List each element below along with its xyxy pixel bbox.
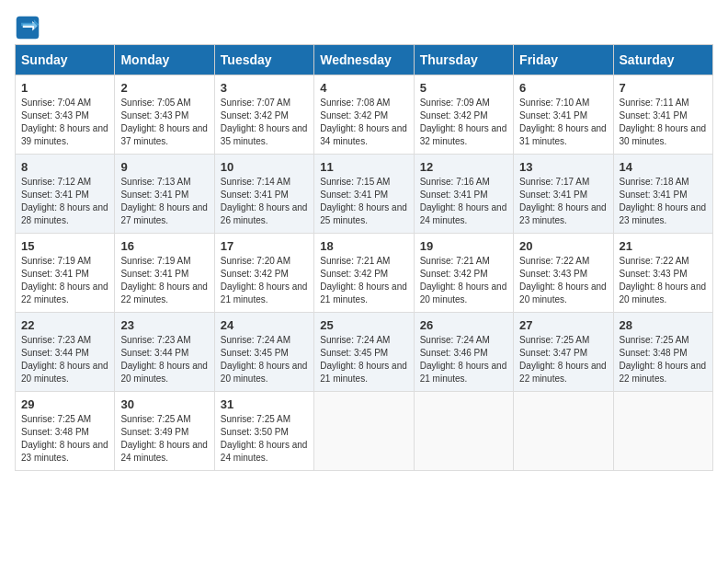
day-number: 30 [120, 397, 208, 411]
day-number: 17 [221, 239, 308, 253]
day-info: Sunrise: 7:10 AMSunset: 3:41 PMDaylight:… [519, 97, 607, 148]
day-info: Sunrise: 7:21 AMSunset: 3:42 PMDaylight:… [420, 255, 507, 306]
calendar-cell: 11Sunrise: 7:15 AMSunset: 3:41 PMDayligh… [314, 155, 414, 234]
calendar-cell: 23Sunrise: 7:23 AMSunset: 3:44 PMDayligh… [115, 313, 214, 392]
calendar-cell: 4Sunrise: 7:08 AMSunset: 3:42 PMDaylight… [314, 75, 414, 155]
calendar-week-row: 22Sunrise: 7:23 AMSunset: 3:44 PMDayligh… [16, 313, 713, 392]
day-number: 15 [21, 239, 108, 253]
day-info: Sunrise: 7:25 AMSunset: 3:47 PMDaylight:… [519, 334, 607, 385]
header-sunday: Sunday [16, 45, 115, 75]
day-number: 27 [519, 318, 607, 332]
day-info: Sunrise: 7:08 AMSunset: 3:42 PMDaylight:… [320, 97, 407, 148]
day-info: Sunrise: 7:22 AMSunset: 3:43 PMDaylight:… [519, 255, 607, 306]
day-info: Sunrise: 7:22 AMSunset: 3:43 PMDaylight:… [620, 255, 707, 306]
calendar-cell: 15Sunrise: 7:19 AMSunset: 3:41 PMDayligh… [16, 234, 115, 313]
calendar-cell: 16Sunrise: 7:19 AMSunset: 3:41 PMDayligh… [115, 234, 214, 313]
day-info: Sunrise: 7:21 AMSunset: 3:42 PMDaylight:… [320, 255, 407, 306]
calendar-cell: 29Sunrise: 7:25 AMSunset: 3:48 PMDayligh… [16, 392, 115, 471]
calendar-cell: 10Sunrise: 7:14 AMSunset: 3:41 PMDayligh… [214, 155, 313, 234]
calendar-cell: 22Sunrise: 7:23 AMSunset: 3:44 PMDayligh… [16, 313, 115, 392]
day-info: Sunrise: 7:12 AMSunset: 3:41 PMDaylight:… [21, 176, 108, 227]
day-info: Sunrise: 7:19 AMSunset: 3:41 PMDaylight:… [21, 255, 108, 306]
day-number: 13 [519, 160, 607, 174]
day-info: Sunrise: 7:25 AMSunset: 3:49 PMDaylight:… [120, 413, 208, 465]
day-number: 6 [519, 81, 607, 95]
calendar-cell: 25Sunrise: 7:24 AMSunset: 3:45 PMDayligh… [314, 313, 414, 392]
day-info: Sunrise: 7:17 AMSunset: 3:41 PMDaylight:… [519, 176, 607, 227]
header-saturday: Saturday [613, 45, 712, 75]
calendar-cell [613, 392, 712, 471]
calendar-cell [414, 392, 513, 471]
day-info: Sunrise: 7:25 AMSunset: 3:48 PMDaylight:… [620, 334, 707, 385]
calendar-cell: 18Sunrise: 7:21 AMSunset: 3:42 PMDayligh… [314, 234, 414, 313]
calendar-cell: 5Sunrise: 7:09 AMSunset: 3:42 PMDaylight… [414, 75, 513, 155]
day-number: 31 [221, 397, 308, 411]
day-number: 12 [420, 160, 507, 174]
day-number: 24 [221, 318, 308, 332]
day-number: 20 [519, 239, 607, 253]
day-number: 28 [620, 318, 707, 332]
day-number: 21 [620, 239, 707, 253]
calendar-cell: 17Sunrise: 7:20 AMSunset: 3:42 PMDayligh… [214, 234, 313, 313]
day-number: 8 [21, 160, 108, 174]
calendar-cell: 31Sunrise: 7:25 AMSunset: 3:50 PMDayligh… [214, 392, 313, 471]
day-info: Sunrise: 7:11 AMSunset: 3:41 PMDaylight:… [620, 97, 707, 148]
day-number: 26 [420, 318, 507, 332]
day-info: Sunrise: 7:24 AMSunset: 3:46 PMDaylight:… [420, 334, 507, 385]
calendar-cell: 8Sunrise: 7:12 AMSunset: 3:41 PMDaylight… [16, 155, 115, 234]
header-friday: Friday [514, 45, 613, 75]
header-wednesday: Wednesday [314, 45, 414, 75]
calendar-cell: 12Sunrise: 7:16 AMSunset: 3:41 PMDayligh… [414, 155, 513, 234]
day-info: Sunrise: 7:19 AMSunset: 3:41 PMDaylight:… [120, 255, 208, 306]
day-info: Sunrise: 7:05 AMSunset: 3:43 PMDaylight:… [120, 97, 208, 148]
day-info: Sunrise: 7:16 AMSunset: 3:41 PMDaylight:… [420, 176, 507, 227]
day-info: Sunrise: 7:24 AMSunset: 3:45 PMDaylight:… [221, 334, 308, 385]
calendar-cell: 1Sunrise: 7:04 AMSunset: 3:43 PMDaylight… [16, 75, 115, 155]
day-number: 18 [320, 239, 407, 253]
calendar-cell: 27Sunrise: 7:25 AMSunset: 3:47 PMDayligh… [514, 313, 613, 392]
day-info: Sunrise: 7:23 AMSunset: 3:44 PMDaylight:… [21, 334, 108, 385]
day-number: 9 [120, 160, 208, 174]
calendar-week-row: 1Sunrise: 7:04 AMSunset: 3:43 PMDaylight… [16, 75, 713, 155]
calendar-cell: 24Sunrise: 7:24 AMSunset: 3:45 PMDayligh… [214, 313, 313, 392]
day-number: 19 [420, 239, 507, 253]
day-info: Sunrise: 7:04 AMSunset: 3:43 PMDaylight:… [21, 97, 108, 148]
calendar-cell: 14Sunrise: 7:18 AMSunset: 3:41 PMDayligh… [613, 155, 712, 234]
calendar-cell: 28Sunrise: 7:25 AMSunset: 3:48 PMDayligh… [613, 313, 712, 392]
day-info: Sunrise: 7:15 AMSunset: 3:41 PMDaylight:… [320, 176, 407, 227]
day-number: 2 [120, 81, 208, 95]
logo-icon [15, 15, 40, 40]
header-tuesday: Tuesday [214, 45, 313, 75]
calendar-cell: 2Sunrise: 7:05 AMSunset: 3:43 PMDaylight… [115, 75, 214, 155]
calendar-header-row: SundayMondayTuesdayWednesdayThursdayFrid… [16, 45, 713, 75]
day-info: Sunrise: 7:25 AMSunset: 3:48 PMDaylight:… [21, 413, 108, 465]
calendar-cell: 19Sunrise: 7:21 AMSunset: 3:42 PMDayligh… [414, 234, 513, 313]
day-number: 7 [620, 81, 707, 95]
calendar-cell [314, 392, 414, 471]
page-header [15, 15, 713, 40]
day-info: Sunrise: 7:24 AMSunset: 3:45 PMDaylight:… [320, 334, 407, 385]
day-number: 1 [21, 81, 108, 95]
calendar-week-row: 15Sunrise: 7:19 AMSunset: 3:41 PMDayligh… [16, 234, 713, 313]
calendar-week-row: 8Sunrise: 7:12 AMSunset: 3:41 PMDaylight… [16, 155, 713, 234]
day-info: Sunrise: 7:25 AMSunset: 3:50 PMDaylight:… [221, 413, 308, 465]
day-info: Sunrise: 7:18 AMSunset: 3:41 PMDaylight:… [620, 176, 707, 227]
calendar-cell: 13Sunrise: 7:17 AMSunset: 3:41 PMDayligh… [514, 155, 613, 234]
logo [15, 15, 44, 40]
calendar-cell: 30Sunrise: 7:25 AMSunset: 3:49 PMDayligh… [115, 392, 214, 471]
day-number: 10 [221, 160, 308, 174]
calendar-cell: 7Sunrise: 7:11 AMSunset: 3:41 PMDaylight… [613, 75, 712, 155]
day-number: 29 [21, 397, 108, 411]
calendar-cell: 21Sunrise: 7:22 AMSunset: 3:43 PMDayligh… [613, 234, 712, 313]
day-info: Sunrise: 7:07 AMSunset: 3:42 PMDaylight:… [221, 97, 308, 148]
day-number: 3 [221, 81, 308, 95]
day-number: 4 [320, 81, 407, 95]
calendar-cell: 3Sunrise: 7:07 AMSunset: 3:42 PMDaylight… [214, 75, 313, 155]
day-number: 23 [120, 318, 208, 332]
header-thursday: Thursday [414, 45, 513, 75]
day-number: 14 [620, 160, 707, 174]
day-number: 11 [320, 160, 407, 174]
calendar-table: SundayMondayTuesdayWednesdayThursdayFrid… [15, 44, 713, 471]
calendar-cell: 20Sunrise: 7:22 AMSunset: 3:43 PMDayligh… [514, 234, 613, 313]
calendar-cell [514, 392, 613, 471]
